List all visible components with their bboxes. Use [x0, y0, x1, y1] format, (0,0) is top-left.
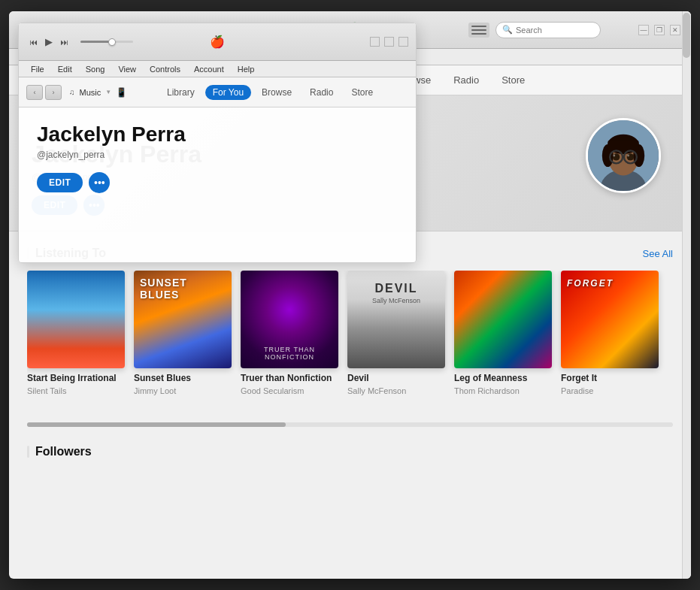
album-artist: Sally McFenson — [347, 386, 445, 395]
album-artist: Paradise — [561, 386, 659, 395]
overlay-menu-edit[interactable]: Edit — [52, 63, 78, 75]
album-art: TRUER THAN NONFICTION — [241, 271, 338, 368]
overlay-menu-file[interactable]: File — [25, 63, 50, 75]
album-title: Truer than Nonfiction — [241, 373, 338, 385]
overlay-tab-browse[interactable]: Browse — [254, 85, 299, 100]
overlay-prev-button[interactable]: ⏮ — [28, 36, 39, 48]
overlay-edit-button[interactable]: EDIT — [37, 173, 83, 192]
album-card[interactable]: Leg of MeannessThom Richardson — [454, 271, 552, 395]
album-card[interactable]: TRUER THAN NONFICTIONTruer than Nonficti… — [241, 271, 338, 395]
profile-avatar — [586, 118, 661, 193]
overlay-tab-store[interactable]: Store — [344, 85, 380, 100]
followers-section: Followers — [9, 433, 691, 464]
search-area: 🔍 — [468, 22, 601, 38]
album-title: Sunset Blues — [134, 373, 232, 385]
search-box[interactable]: 🔍 — [495, 22, 601, 38]
window-controls: — ❐ ✕ — [638, 25, 680, 35]
list-view-button[interactable] — [468, 23, 489, 38]
horizontal-scroll-track[interactable] — [27, 422, 673, 427]
album-title: Forget It — [561, 373, 659, 385]
albums-grid: Start Being IrrationalSilent TailsSUNSET… — [27, 271, 673, 401]
album-title: Devil — [347, 373, 445, 385]
scrollbar-thumb — [683, 13, 690, 58]
overlay-volume — [80, 41, 133, 43]
tab-store[interactable]: Store — [491, 71, 535, 89]
overlay-back-arrow[interactable]: ‹ — [26, 85, 43, 100]
album-card[interactable]: SUNSETBLUESSunset BluesJimmy Loot — [134, 271, 232, 395]
overlay-nav-tabs: Library For You Browse Radio Store — [159, 85, 380, 100]
album-art: DEVILSally McFenson — [347, 271, 445, 368]
overlay-tab-for-you[interactable]: For You — [205, 85, 251, 100]
overlay-profile-name: Jackelyn Perra — [37, 123, 398, 147]
overlay-chevron-icon: ▼ — [105, 89, 111, 95]
vertical-scrollbar[interactable] — [682, 11, 691, 579]
overlay-nav-bar: ‹ › ♫ Music ▼ 📱 Library For You Browse R… — [19, 77, 416, 107]
overlay-menu-account[interactable]: Account — [188, 63, 230, 75]
album-title: Leg of Meanness — [454, 373, 552, 385]
overlay-title-bar: ⏮ ▶ ⏭ 🍎 — [19, 23, 416, 61]
overlay-restore-button[interactable] — [384, 37, 394, 47]
overlay-next-button[interactable]: ⏭ — [59, 36, 70, 48]
search-input[interactable] — [516, 26, 594, 35]
overlay-apple-logo-icon: 🍎 — [210, 35, 225, 49]
album-art — [27, 271, 125, 368]
album-artist: Silent Tails — [27, 386, 125, 395]
overlay-device-icon: 📱 — [116, 87, 127, 98]
overlay-music-note-icon: ♫ — [69, 88, 75, 96]
overlay-more-button[interactable]: ••• — [89, 172, 110, 193]
album-card[interactable]: Start Being IrrationalSilent Tails — [27, 271, 125, 395]
svg-point-12 — [627, 153, 634, 160]
album-art — [454, 271, 552, 368]
tab-radio[interactable]: Radio — [443, 71, 489, 89]
followers-title: Followers — [27, 445, 673, 458]
overlay-play-button[interactable]: ▶ — [44, 35, 54, 49]
overlay-volume-thumb — [108, 38, 116, 46]
overlay-win-controls — [370, 37, 408, 47]
overlay-volume-track[interactable] — [80, 41, 133, 43]
overlay-forward-arrow[interactable]: › — [45, 85, 62, 100]
overlay-volume-fill — [80, 41, 110, 43]
overlay-source-label: Music — [80, 88, 102, 97]
album-artist: Jimmy Loot — [134, 386, 232, 395]
overlay-profile-handle: @jackelyn_perra — [37, 150, 398, 160]
restore-button[interactable]: ❐ — [654, 25, 665, 35]
overlay-menu-help[interactable]: Help — [232, 63, 261, 75]
overlay-controls: ⏮ ▶ ⏭ — [28, 35, 133, 49]
overlay-minimize-button[interactable] — [370, 37, 380, 47]
album-art: FORGET — [561, 271, 659, 368]
avatar-image — [588, 120, 659, 191]
itunes-window: ⏮ ▶ ⏭ 🔊 🍎 🔍 — — [9, 11, 691, 579]
album-card[interactable]: DEVILSally McFensonDevilSally McFenson — [347, 271, 445, 395]
svg-rect-7 — [608, 140, 638, 151]
search-icon: 🔍 — [502, 25, 513, 35]
overlay-panel: ⏮ ▶ ⏭ 🍎 File Edit Song View — [18, 23, 417, 263]
close-button[interactable]: ✕ — [670, 25, 680, 35]
overlay-menu-song[interactable]: Song — [80, 63, 111, 75]
overlay-menu-controls[interactable]: Controls — [144, 63, 186, 75]
overlay-menu-bar: File Edit Song View Controls Account Hel… — [19, 61, 416, 77]
minimize-button[interactable]: — — [638, 25, 649, 35]
overlay-close-button[interactable] — [398, 37, 408, 47]
horizontal-scroll-thumb — [27, 422, 286, 427]
svg-point-14 — [627, 155, 629, 157]
album-artist: Thom Richardson — [454, 386, 552, 395]
overlay-content: Jackelyn Perra @jackelyn_perra EDIT ••• — [19, 107, 416, 208]
see-all-link[interactable]: See All — [643, 248, 673, 259]
overlay-tab-library[interactable]: Library — [159, 85, 202, 100]
overlay-nav-arrows: ‹ › — [26, 85, 62, 100]
album-art: SUNSETBLUES — [134, 271, 232, 368]
album-card[interactable]: FORGETForget ItParadise — [561, 271, 659, 395]
overlay-tab-radio[interactable]: Radio — [302, 85, 341, 100]
svg-point-13 — [613, 155, 615, 157]
album-artist: Good Secularism — [241, 386, 338, 395]
svg-point-11 — [613, 153, 620, 160]
overlay-menu-view[interactable]: View — [112, 63, 142, 75]
album-title: Start Being Irrational — [27, 373, 125, 385]
overlay-profile-actions: EDIT ••• — [37, 172, 398, 193]
